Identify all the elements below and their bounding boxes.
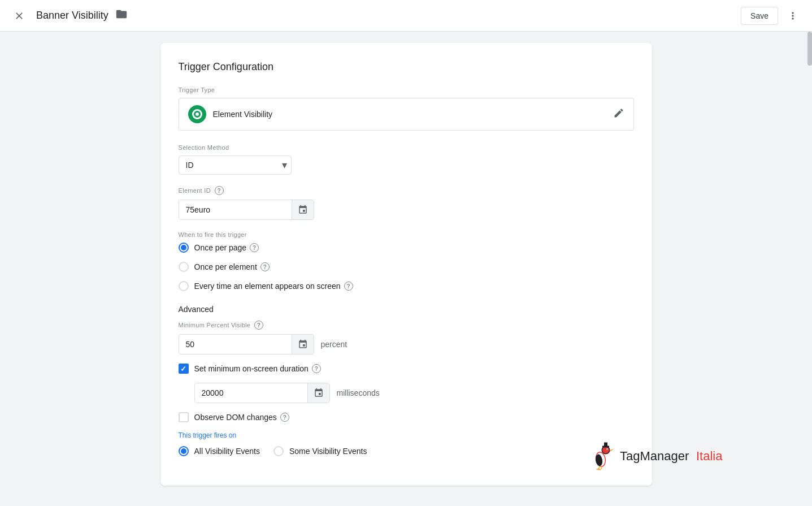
radio-once-per-element-circle — [179, 262, 189, 272]
scrollbar-track[interactable] — [807, 32, 812, 506]
element-id-help-icon[interactable]: ? — [215, 186, 224, 195]
set-min-duration-checkbox-box: ✓ — [179, 364, 189, 374]
duration-picker-button[interactable] — [307, 383, 329, 403]
duration-input[interactable] — [195, 384, 307, 402]
observe-dom-checkbox-box — [179, 412, 189, 422]
close-button[interactable] — [9, 6, 29, 26]
fires-on-radio-row: All Visibility Events Some Visibility Ev… — [179, 446, 634, 456]
min-percent-label: Minimum Percent Visible ? — [179, 321, 634, 330]
radio-some-visibility[interactable]: Some Visibility Events — [273, 446, 367, 456]
element-visibility-icon — [188, 105, 206, 123]
when-to-fire-label: When to fire this trigger — [179, 231, 634, 238]
advanced-title: Advanced — [179, 305, 634, 314]
top-bar: Banner Visibility Save — [0, 0, 812, 32]
trigger-config-card: Trigger Configuration Trigger Type Eleme… — [160, 43, 652, 486]
set-min-duration-help-icon[interactable]: ? — [312, 364, 321, 373]
radio-some-visibility-circle — [273, 446, 284, 456]
main-content: Trigger Configuration Trigger Type Eleme… — [0, 32, 812, 506]
radio-every-time-label: Every time an element appears on screen … — [194, 282, 353, 291]
min-percent-input[interactable] — [179, 335, 292, 353]
radio-once-per-page[interactable]: Once per page ? — [179, 243, 634, 253]
trigger-type-name: Element Visibility — [213, 110, 613, 119]
observe-dom-help-icon[interactable]: ? — [280, 413, 289, 422]
radio-once-per-element-label: Once per element ? — [194, 262, 270, 271]
svg-text:Italia: Italia — [696, 449, 723, 463]
set-min-duration-checkbox[interactable]: ✓ Set minimum on-screen duration ? — [179, 364, 634, 374]
observe-dom-label: Observe DOM changes ? — [194, 413, 289, 422]
top-bar-left: Banner Visibility — [9, 6, 741, 26]
once-per-page-help-icon[interactable]: ? — [250, 243, 259, 252]
min-percent-row: percent — [179, 334, 634, 354]
top-bar-right: Save — [741, 6, 803, 26]
element-id-group: Element ID ? — [179, 186, 634, 220]
radio-some-visibility-label: Some Visibility Events — [289, 447, 367, 456]
radio-once-per-page-label: Once per page ? — [194, 243, 259, 252]
when-to-fire-group: When to fire this trigger Once per page … — [179, 231, 634, 291]
selection-method-label: Selection Method — [179, 144, 634, 151]
every-time-help-icon[interactable]: ? — [344, 282, 353, 291]
set-min-duration-label: Set minimum on-screen duration ? — [194, 364, 321, 373]
min-percent-help-icon[interactable]: ? — [254, 321, 263, 330]
selection-method-group: Selection Method ID CSS Selector ▾ — [179, 144, 634, 175]
observe-dom-checkbox[interactable]: Observe DOM changes ? — [179, 412, 634, 422]
min-percent-input-wrapper — [179, 334, 314, 354]
element-id-picker-button[interactable] — [292, 200, 314, 219]
eye-icon — [192, 109, 202, 119]
once-per-element-help-icon[interactable]: ? — [260, 262, 270, 271]
radio-all-visibility-circle — [179, 446, 189, 456]
save-button[interactable]: Save — [741, 7, 778, 25]
page-title: Banner Visibility — [36, 10, 108, 21]
edit-trigger-icon[interactable] — [613, 107, 624, 122]
radio-all-visibility-label: All Visibility Events — [194, 447, 260, 456]
folder-icon[interactable] — [115, 8, 128, 23]
percent-unit: percent — [321, 340, 348, 349]
duration-input-wrapper — [194, 383, 330, 403]
when-to-fire-radio-group: Once per page ? Once per element ? — [179, 243, 634, 291]
radio-once-per-page-circle — [179, 243, 189, 253]
fires-on-label: This trigger fires on — [179, 431, 634, 439]
advanced-group: Advanced Minimum Percent Visible ? perce… — [179, 305, 634, 456]
more-options-button[interactable] — [783, 6, 803, 26]
element-id-input[interactable] — [179, 201, 292, 219]
trigger-type-group: Trigger Type Element Visibility — [179, 87, 634, 131]
radio-once-per-element[interactable]: Once per element ? — [179, 262, 634, 272]
element-id-input-wrapper — [179, 200, 314, 220]
section-title: Trigger Configuration — [179, 61, 634, 73]
trigger-type-label: Trigger Type — [179, 87, 634, 93]
min-percent-picker-button[interactable] — [292, 335, 314, 354]
element-id-label: Element ID ? — [179, 186, 634, 195]
duration-row: milliseconds — [194, 383, 634, 403]
radio-every-time-circle — [179, 281, 189, 291]
selection-method-wrapper: ID CSS Selector ▾ — [179, 155, 292, 175]
selection-method-select[interactable]: ID CSS Selector — [179, 155, 292, 175]
radio-every-time[interactable]: Every time an element appears on screen … — [179, 281, 634, 291]
trigger-type-selector[interactable]: Element Visibility — [179, 98, 634, 131]
milliseconds-unit: milliseconds — [337, 388, 380, 397]
scrollbar-thumb[interactable] — [807, 32, 812, 66]
radio-all-visibility[interactable]: All Visibility Events — [179, 446, 260, 456]
